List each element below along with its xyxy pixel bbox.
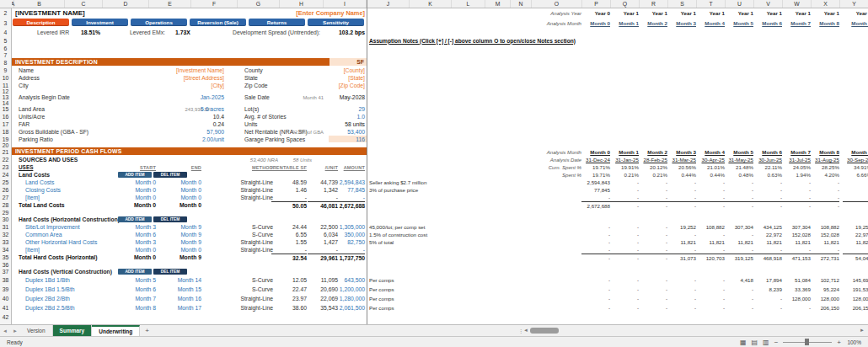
column-header-X[interactable]: X bbox=[812, 0, 840, 8]
amount-cell[interactable]: 2,061,500 bbox=[328, 303, 365, 312]
row-header-42[interactable]: 42 bbox=[0, 312, 11, 322]
row-header-7[interactable]: 7 bbox=[0, 51, 11, 58]
amount-cell[interactable]: 1,305,000 bbox=[328, 223, 365, 231]
zoom-in-button[interactable]: + bbox=[837, 339, 841, 346]
field-value[interactable]: 116 bbox=[314, 136, 365, 143]
amount-cell[interactable]: 2,594,843 bbox=[328, 179, 365, 186]
end-month-cell[interactable]: Month 14 bbox=[166, 275, 201, 285]
amount-cell[interactable]: 643,500 bbox=[328, 275, 365, 285]
column-header-K[interactable]: K bbox=[410, 0, 452, 8]
month-link[interactable]: Month 8 bbox=[811, 18, 839, 28]
amount-cell[interactable]: - bbox=[328, 246, 365, 254]
add-item-button[interactable]: ADD ITEM bbox=[118, 269, 152, 275]
row-header-8[interactable]: 8 bbox=[0, 58, 11, 67]
column-header-Y[interactable]: Y bbox=[840, 0, 868, 8]
nav-button-description[interactable]: Description bbox=[13, 19, 69, 26]
sheet-tab-summary[interactable]: Summary bbox=[53, 325, 93, 336]
zoom-out-button[interactable]: − bbox=[774, 339, 779, 346]
line-item-label[interactable]: Other Horizontal Hard Costs bbox=[25, 238, 97, 246]
zoom-level[interactable]: 100% bbox=[846, 339, 861, 345]
column-header-L[interactable]: L bbox=[452, 0, 485, 8]
row-header-16[interactable]: 16 bbox=[0, 113, 11, 120]
column-header-V[interactable]: V bbox=[754, 0, 783, 8]
column-headers-left[interactable]: ABCDEFGHI bbox=[12, 0, 367, 8]
add-item-button[interactable]: ADD ITEM bbox=[118, 172, 152, 178]
del-item-button[interactable]: DEL ITEM bbox=[153, 172, 187, 178]
company-name-placeholder[interactable]: [Enter Company Name] bbox=[255, 8, 365, 18]
column-header-N[interactable]: N bbox=[511, 0, 532, 8]
line-item-label[interactable]: Common Area bbox=[25, 231, 62, 238]
unit-toggle-cell[interactable]: SF bbox=[330, 58, 367, 66]
field-value[interactable]: 58 units bbox=[314, 120, 365, 128]
view-page-break-icon[interactable]: ▥ bbox=[763, 339, 769, 346]
column-header-Q[interactable]: Q bbox=[611, 0, 640, 8]
row-header-30[interactable]: 30 bbox=[0, 216, 11, 223]
row-header-5[interactable]: 5 bbox=[0, 36, 11, 45]
row-header-10[interactable]: 10 bbox=[0, 74, 11, 82]
column-header-J[interactable]: J bbox=[367, 0, 410, 8]
month-link[interactable]: Month 6 bbox=[753, 18, 782, 28]
field-value[interactable]: 1.0 bbox=[314, 113, 365, 120]
line-item-label[interactable]: Duplex 1Bd 1.5/Bth bbox=[25, 285, 75, 294]
end-month-cell[interactable]: Month 9 bbox=[166, 231, 201, 238]
tab-scroll-left-icon[interactable]: ◄ bbox=[0, 325, 10, 336]
field-value[interactable]: May-2028 bbox=[314, 93, 365, 101]
row-header-28[interactable]: 28 bbox=[0, 201, 11, 209]
end-month-cell[interactable]: Month 15 bbox=[166, 285, 201, 294]
column-header-B[interactable]: B bbox=[14, 0, 65, 8]
line-item-label[interactable]: [Item] bbox=[25, 246, 40, 254]
field-value[interactable]: 2.00/unit bbox=[155, 136, 224, 143]
row-header-37[interactable]: 37 bbox=[0, 268, 11, 275]
row-header-35[interactable]: 35 bbox=[0, 254, 11, 261]
field-value[interactable]: Jan-2025 bbox=[155, 93, 224, 101]
del-item-button[interactable]: DEL ITEM bbox=[153, 269, 187, 275]
row-header-2[interactable]: 2 bbox=[0, 8, 11, 18]
end-month-cell[interactable]: Month 0 bbox=[166, 179, 201, 186]
row-header-24[interactable]: 24 bbox=[0, 171, 11, 179]
row-header-9[interactable]: 9 bbox=[0, 67, 11, 74]
start-month-cell[interactable]: Month 0 bbox=[121, 179, 156, 186]
end-month-cell[interactable]: Month 16 bbox=[166, 294, 201, 303]
column-header-M[interactable]: M bbox=[485, 0, 511, 8]
field-value[interactable]: 53,400 bbox=[314, 128, 365, 136]
row-header-40[interactable]: 40 bbox=[0, 294, 11, 303]
add-item-button[interactable]: ADD ITEM bbox=[118, 216, 152, 222]
scroll-right-icon[interactable]: ► bbox=[860, 326, 865, 334]
row-header-3[interactable]: 3 bbox=[0, 18, 11, 28]
month-link[interactable]: Month 9 bbox=[843, 18, 868, 28]
column-header-F[interactable]: F bbox=[191, 0, 238, 8]
sheet-right-pane[interactable]: Analysis YearYear 0Year 1Year 1Year 1Yea… bbox=[367, 8, 868, 324]
method-cell[interactable]: S-Curve bbox=[222, 231, 273, 238]
column-header-E[interactable]: E bbox=[149, 0, 191, 8]
nav-button-operations[interactable]: Operations bbox=[131, 19, 187, 26]
amount-cell[interactable]: 82,750 bbox=[328, 238, 365, 246]
field-value[interactable]: 29 bbox=[314, 105, 365, 113]
amount-cell[interactable]: 1,200,000 bbox=[328, 285, 365, 294]
field-value[interactable]: [Investment Name] bbox=[155, 67, 224, 74]
column-header-S[interactable]: S bbox=[668, 0, 697, 8]
start-month-cell[interactable]: Month 7 bbox=[121, 294, 156, 303]
line-item-label[interactable]: Site/Lot Improvement bbox=[25, 223, 80, 231]
line-item-label[interactable]: Duplex 1Bd 1/Bth bbox=[25, 275, 70, 285]
month-link[interactable]: Month 0 bbox=[581, 18, 610, 28]
row-header-23[interactable]: 23 bbox=[0, 163, 11, 171]
row-header-6[interactable]: 6 bbox=[0, 45, 11, 51]
month-link[interactable]: Month 5 bbox=[725, 18, 753, 28]
row-header-18[interactable]: 18 bbox=[0, 128, 11, 136]
field-value[interactable]: [Zip Code] bbox=[314, 82, 365, 89]
row-header-41[interactable]: 41 bbox=[0, 303, 11, 312]
row-header-21[interactable]: 21 bbox=[0, 147, 11, 156]
start-month-cell[interactable]: Month 3 bbox=[121, 238, 156, 246]
horizontal-scrollbar[interactable]: ⋮ ◄ ► bbox=[518, 326, 865, 334]
column-header-T[interactable]: T bbox=[697, 0, 726, 8]
sheet-tab-version[interactable]: Version bbox=[20, 325, 53, 336]
start-month-cell[interactable]: Month 6 bbox=[121, 285, 156, 294]
field-value[interactable]: 5.6 acres bbox=[155, 105, 224, 113]
end-month-cell[interactable]: Month 0 bbox=[166, 194, 201, 201]
scroll-left-icon[interactable]: ◄ bbox=[523, 326, 528, 334]
line-item-label[interactable]: [Item] bbox=[25, 194, 40, 201]
method-cell[interactable]: Straight-Line bbox=[222, 186, 273, 194]
method-cell[interactable]: Straight-Line bbox=[222, 238, 273, 246]
nav-button-returns[interactable]: Returns bbox=[249, 19, 305, 26]
field-value[interactable]: 0.24 bbox=[155, 120, 224, 128]
